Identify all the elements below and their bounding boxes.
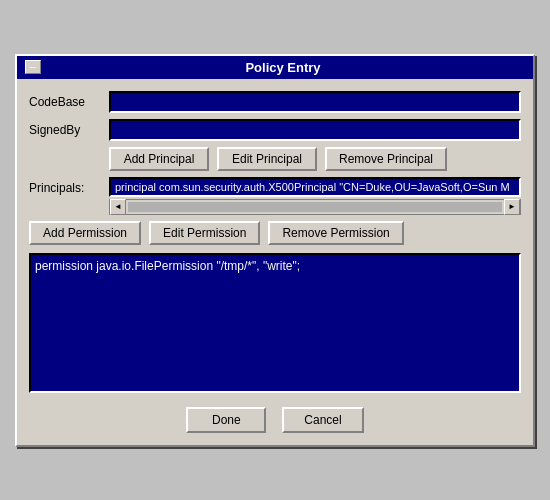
permissions-display: permission java.io.FilePermission "/tmp/… <box>29 253 521 393</box>
signedby-input[interactable] <box>109 119 521 141</box>
add-principal-button[interactable]: Add Principal <box>109 147 209 171</box>
remove-permission-button[interactable]: Remove Permission <box>268 221 403 245</box>
bottom-buttons: Done Cancel <box>29 403 521 433</box>
signedby-label: SignedBy <box>29 123 109 137</box>
permissions-text: permission java.io.FilePermission "/tmp/… <box>35 259 300 273</box>
edit-principal-button[interactable]: Edit Principal <box>217 147 317 171</box>
codebase-input[interactable] <box>109 91 521 113</box>
window-title: Policy Entry <box>245 60 320 75</box>
list-item[interactable]: principal com.sun.security.auth.X500Prin… <box>111 179 519 195</box>
principals-container: principal com.sun.security.auth.X500Prin… <box>109 177 521 215</box>
scrollbar-track[interactable] <box>128 202 502 212</box>
edit-permission-button[interactable]: Edit Permission <box>149 221 260 245</box>
add-permission-button[interactable]: Add Permission <box>29 221 141 245</box>
scroll-left-button[interactable]: ◄ <box>110 199 126 215</box>
permission-buttons-row: Add Permission Edit Permission Remove Pe… <box>29 221 521 245</box>
codebase-label: CodeBase <box>29 95 109 109</box>
principals-label: Principals: <box>29 177 109 195</box>
principal-buttons-row: Add Principal Edit Principal Remove Prin… <box>109 147 521 171</box>
dialog-window: ─ Policy Entry CodeBase SignedBy Add Pri… <box>15 54 535 447</box>
horizontal-scrollbar: ◄ ► <box>109 199 521 215</box>
scroll-right-button[interactable]: ► <box>504 199 520 215</box>
principals-list-wrapper: principal com.sun.security.auth.X500Prin… <box>109 177 521 197</box>
principals-section: Principals: principal com.sun.security.a… <box>29 177 521 215</box>
remove-principal-button[interactable]: Remove Principal <box>325 147 447 171</box>
signedby-row: SignedBy <box>29 119 521 141</box>
dialog-content: CodeBase SignedBy Add Principal Edit Pri… <box>17 79 533 445</box>
cancel-button[interactable]: Cancel <box>282 407 363 433</box>
title-bar: ─ Policy Entry <box>17 56 533 79</box>
minimize-button[interactable]: ─ <box>25 60 41 74</box>
done-button[interactable]: Done <box>186 407 266 433</box>
codebase-row: CodeBase <box>29 91 521 113</box>
